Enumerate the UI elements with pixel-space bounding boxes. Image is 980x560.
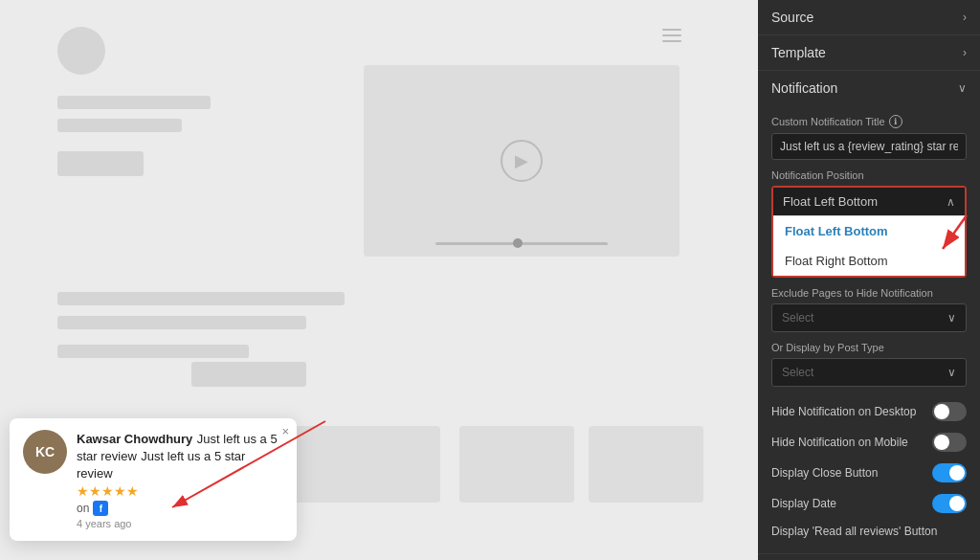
wf-avatar bbox=[57, 27, 105, 75]
read-all-label: Display 'Read all reviews' Button bbox=[771, 525, 937, 538]
exclude-placeholder: Select bbox=[782, 311, 813, 325]
exclude-pages-dropdown[interactable]: Select ∨ bbox=[771, 303, 967, 332]
post-type-placeholder: Select bbox=[782, 366, 813, 379]
source-chevron-icon: › bbox=[963, 11, 967, 24]
avatar: KC bbox=[23, 430, 67, 474]
wf-button bbox=[57, 151, 144, 176]
play-icon: ▶ bbox=[501, 140, 543, 182]
wf-video: ▶ bbox=[364, 65, 679, 257]
wf-slider bbox=[435, 242, 608, 245]
read-all-row: Display 'Read all reviews' Button bbox=[771, 519, 967, 544]
position-options-list: Float Left Bottom Float Right Bottom bbox=[773, 215, 965, 276]
notification-chevron-icon: ∨ bbox=[958, 81, 967, 95]
position-option-right-bottom[interactable]: Float Right Bottom bbox=[773, 246, 965, 276]
display-date-toggle[interactable] bbox=[932, 494, 967, 513]
wf-menu-icon bbox=[662, 29, 681, 42]
wf-col-2 bbox=[459, 426, 574, 503]
facebook-icon: f bbox=[93, 501, 108, 516]
right-panel: Source › Template › Notification ∨ Custo… bbox=[758, 0, 980, 560]
template-chevron-icon: › bbox=[963, 46, 967, 59]
hide-desktop-toggle[interactable] bbox=[932, 402, 967, 421]
notification-popup: KC Kawsar Chowdhury Just left us a 5 sta… bbox=[10, 418, 297, 541]
wf-lower-bar-3 bbox=[57, 345, 249, 358]
close-button-row: Display Close Button bbox=[771, 458, 967, 488]
wf-bar-2 bbox=[57, 119, 182, 132]
display-date-label: Display Date bbox=[771, 497, 836, 510]
hide-mobile-row: Hide Notification on Mobile bbox=[771, 427, 967, 458]
wf-lower-button bbox=[191, 362, 306, 387]
exclude-pages-label: Exclude Pages to Hide Notification bbox=[771, 287, 967, 299]
hide-desktop-label: Hide Notification on Desktop bbox=[771, 405, 916, 418]
notif-close-button[interactable]: × bbox=[281, 424, 289, 438]
source-header[interactable]: Source › bbox=[758, 0, 980, 34]
notif-name-message: Kawsar Chowdhury Just left us a 5 star r… bbox=[77, 430, 283, 482]
wf-lower-bar-1 bbox=[57, 292, 345, 305]
close-button-toggle[interactable] bbox=[932, 463, 967, 482]
notification-position-label: Notification Position bbox=[771, 169, 967, 181]
notification-header[interactable]: Notification ∨ bbox=[758, 71, 980, 105]
notif-content: Kawsar Chowdhury Just left us a 5 star r… bbox=[77, 430, 283, 529]
exclude-chevron-icon: ∨ bbox=[947, 311, 956, 325]
display-date-row: Display Date bbox=[771, 488, 967, 519]
template-section: Template › bbox=[758, 35, 980, 71]
position-dropdown-selected[interactable]: Float Left Bottom ∧ bbox=[773, 188, 965, 215]
notification-label: Notification bbox=[771, 80, 837, 96]
source-section: Source › bbox=[758, 0, 980, 35]
preview-area: ▶ KC Kawsar Chowdhury Just left us a 5 s… bbox=[0, 0, 758, 560]
position-dropdown-wrapper: Float Left Bottom ∧ Float Left Bottom Fl… bbox=[771, 186, 967, 278]
position-chevron-up-icon: ∧ bbox=[947, 195, 955, 209]
position-option-left-bottom[interactable]: Float Left Bottom bbox=[773, 216, 965, 246]
notification-section: Notification ∨ Custom Notification Title… bbox=[758, 71, 980, 554]
position-selected-text: Float Left Bottom bbox=[783, 194, 878, 209]
hide-mobile-toggle[interactable] bbox=[932, 433, 967, 452]
wf-col-3 bbox=[589, 426, 703, 503]
custom-title-input[interactable] bbox=[771, 133, 967, 160]
notification-settings: Custom Notification Title ℹ Notification… bbox=[758, 105, 980, 553]
template-header[interactable]: Template › bbox=[758, 35, 980, 70]
notif-on-text: on bbox=[77, 502, 89, 515]
close-button-label: Display Close Button bbox=[771, 466, 878, 480]
post-type-chevron-icon: ∨ bbox=[947, 366, 956, 379]
notif-time: 4 years ago bbox=[77, 518, 283, 529]
wf-bar-1 bbox=[57, 96, 211, 109]
info-icon[interactable]: ℹ bbox=[889, 115, 902, 128]
template-label: Template bbox=[771, 45, 826, 60]
hide-mobile-label: Hide Notification on Mobile bbox=[771, 436, 908, 449]
notif-name: Kawsar Chowdhury bbox=[77, 432, 192, 446]
notif-stars: ★★★★★ bbox=[77, 483, 283, 499]
source-label: Source bbox=[771, 10, 813, 25]
notif-on: on f bbox=[77, 501, 283, 516]
post-type-dropdown[interactable]: Select ∨ bbox=[771, 358, 967, 387]
post-type-label: Or Display by Post Type bbox=[771, 342, 967, 353]
custom-title-label: Custom Notification Title ℹ bbox=[771, 115, 967, 128]
wf-lower-bar-2 bbox=[57, 316, 306, 329]
hide-desktop-row: Hide Notification on Desktop bbox=[771, 396, 967, 427]
